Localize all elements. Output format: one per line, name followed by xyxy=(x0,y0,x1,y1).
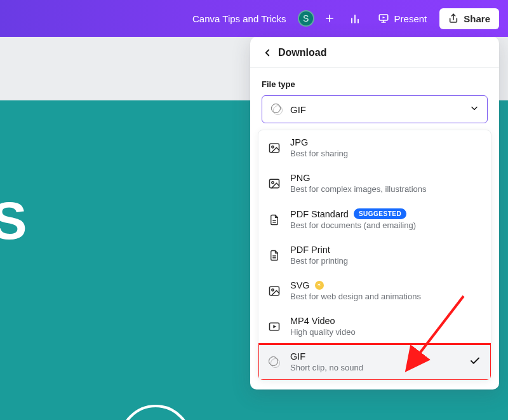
bar-chart-icon xyxy=(349,12,361,25)
download-panel-header: Download xyxy=(250,37,499,68)
svg-marker-23 xyxy=(273,325,276,329)
option-desc: Best for documents (and emailing) xyxy=(290,220,416,230)
avatar[interactable]: S xyxy=(298,10,314,27)
svg-rect-20 xyxy=(270,287,279,295)
option-title: JPG xyxy=(290,137,348,147)
option-title: PDF StandardSUGGESTED xyxy=(290,208,416,219)
file-type-option-mp4[interactable]: MP4 VideoHigh quality video xyxy=(258,309,491,344)
svg-point-21 xyxy=(272,289,274,291)
lightbulb-icon xyxy=(102,393,210,420)
gif-icon xyxy=(267,356,281,368)
option-title: GIF xyxy=(290,351,363,362)
share-label: Share xyxy=(464,13,490,24)
option-desc: Short clip, no sound xyxy=(290,363,363,372)
option-desc: Best for complex images, illustrations xyxy=(290,184,427,194)
slide-headline: A TIPS CKS xyxy=(0,196,216,297)
back-button[interactable] xyxy=(262,47,273,58)
png-icon xyxy=(267,177,281,190)
check-icon xyxy=(469,355,481,369)
share-button[interactable]: Share xyxy=(439,8,499,29)
option-title: MP4 Video xyxy=(290,316,356,326)
file-type-selected-value: GIF xyxy=(290,104,306,115)
gif-icon xyxy=(271,104,283,115)
file-type-option-gif[interactable]: GIFShort clip, no sound xyxy=(258,344,491,380)
file-type-select[interactable]: GIF xyxy=(262,95,488,123)
chevron-left-icon xyxy=(262,47,273,58)
analytics-button[interactable] xyxy=(345,8,365,29)
present-icon xyxy=(378,13,389,24)
download-panel: Download File type GIF JPGBest for shari… xyxy=(250,37,499,390)
suggested-badge: SUGGESTED xyxy=(354,208,406,219)
svg-marker-6 xyxy=(382,17,385,18)
mp4-icon xyxy=(267,320,281,333)
file-type-option-svg[interactable]: SVGBest for web design and animations xyxy=(258,273,491,309)
pdf-print-icon xyxy=(267,249,281,262)
file-type-option-jpg[interactable]: JPGBest for sharing xyxy=(258,130,491,166)
option-desc: Best for web design and animations xyxy=(290,292,421,301)
file-type-option-pdf-print[interactable]: PDF PrintBest for printing xyxy=(258,238,491,273)
file-type-option-png[interactable]: PNGBest for complex images, illustration… xyxy=(258,166,491,201)
option-title: SVG xyxy=(290,280,421,290)
pdf-standard-icon xyxy=(267,213,281,226)
option-title: PNG xyxy=(290,173,427,183)
option-title: PDF Print xyxy=(290,245,348,255)
share-icon xyxy=(448,13,458,24)
avatar-initial: S xyxy=(303,13,309,24)
svg-point-15 xyxy=(272,182,274,184)
add-member-button[interactable] xyxy=(319,8,340,29)
chevron-down-icon xyxy=(469,104,479,114)
present-button[interactable]: Present xyxy=(370,9,435,28)
jpg-icon xyxy=(267,142,281,154)
app-header: Canva Tips and Tricks S Present Share xyxy=(0,0,508,37)
svg-point-13 xyxy=(272,146,274,148)
option-desc: Best for sharing xyxy=(290,149,348,158)
svg-rect-12 xyxy=(270,144,279,152)
download-panel-title: Download xyxy=(278,47,326,58)
file-type-label: File type xyxy=(250,68,499,95)
present-label: Present xyxy=(394,13,427,24)
file-type-dropdown: JPGBest for sharingPNGBest for complex i… xyxy=(258,130,491,381)
svg-icon xyxy=(267,285,281,297)
option-desc: Best for printing xyxy=(290,256,348,266)
plus-icon xyxy=(324,13,335,24)
premium-star-icon xyxy=(315,281,324,290)
svg-rect-14 xyxy=(270,179,279,187)
file-type-option-pdf-standard[interactable]: PDF StandardSUGGESTEDBest for documents … xyxy=(258,201,491,238)
doc-title[interactable]: Canva Tips and Tricks xyxy=(192,13,286,24)
option-desc: High quality video xyxy=(290,327,356,337)
